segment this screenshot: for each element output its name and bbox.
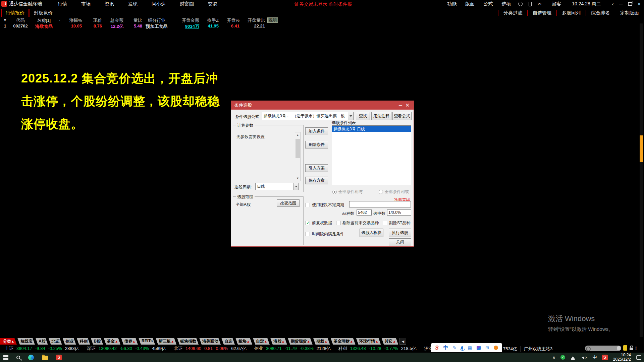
- bottom-tab-1[interactable]: 分类▲: [0, 338, 17, 345]
- menu-right-item-4[interactable]: 选项: [501, 1, 511, 7]
- col-header-3[interactable]: 名称[1]: [31, 17, 57, 23]
- bottom-tab-8[interactable]: 基金▲: [104, 338, 120, 345]
- row-cell-6[interactable]: 8.76: [82, 23, 102, 29]
- bottom-tab-12[interactable]: 板块指数: [177, 338, 199, 345]
- menu-item-4[interactable]: 发现: [128, 1, 138, 7]
- bottom-tab-7[interactable]: B股: [91, 338, 103, 345]
- menu-item-1[interactable]: 行情: [58, 1, 67, 7]
- bottom-tab-22[interactable]: 其它▲: [381, 338, 398, 345]
- keyboard-icon[interactable]: ▦: [468, 345, 472, 350]
- menu-item-6[interactable]: 财富圈: [180, 1, 194, 7]
- checkbox-exclude-suspended[interactable]: 剔除当前未交易品种: [336, 220, 379, 226]
- radio-all-or[interactable]: 全部条件相或: [379, 189, 409, 195]
- updown-period-input[interactable]: [349, 201, 411, 207]
- quote-action-2[interactable]: 自选管理: [527, 10, 556, 16]
- taskbar-clock[interactable]: 10:24 2025/12/2: [613, 353, 631, 362]
- sogou-tray-icon[interactable]: S: [602, 355, 608, 360]
- quote-action-3[interactable]: 多股同列: [556, 10, 586, 16]
- chevron-down-icon[interactable]: [293, 183, 299, 190]
- bottom-tab-21[interactable]: 环球行情▲: [356, 338, 381, 345]
- tabs-scroll-left-icon[interactable]: ◀: [399, 338, 406, 345]
- dialog-close-icon[interactable]: ✕: [405, 102, 410, 108]
- col-header-7[interactable]: 总金额: [102, 17, 123, 23]
- quote-action-5[interactable]: 定制版面: [615, 10, 644, 16]
- col-header-10[interactable]: 开盘金额: [171, 17, 199, 23]
- emoji-icon[interactable]: [494, 346, 498, 350]
- col-header-2[interactable]: 代码: [10, 17, 31, 23]
- import-plan-button[interactable]: 引入方案: [305, 164, 328, 172]
- col-header-8[interactable]: 量比: [123, 17, 142, 23]
- menu-right-item-3[interactable]: 公式: [483, 1, 493, 7]
- skin-icon[interactable]: [477, 346, 481, 350]
- period-select[interactable]: 日线: [255, 183, 299, 190]
- minimize-icon[interactable]: ─: [619, 1, 623, 7]
- checkbox-icon[interactable]: [306, 203, 310, 207]
- server-name[interactable]: 广州双线主站3: [521, 346, 552, 352]
- col-header-6[interactable]: 现价: [82, 17, 102, 23]
- col-header-12[interactable]: 开盘%: [219, 17, 239, 23]
- help-badge[interactable]: 说明: [267, 17, 278, 23]
- col-header-4[interactable]: ·: [57, 17, 62, 23]
- edge-browser-icon[interactable]: [28, 355, 34, 360]
- message-icon[interactable]: ✉: [538, 1, 541, 6]
- change-range-button[interactable]: 改变范围: [277, 199, 300, 207]
- dialog-minimize-icon[interactable]: ─: [399, 103, 402, 108]
- quote-action-4[interactable]: 综合排名: [586, 10, 615, 16]
- row-cell-3[interactable]: 海欣食品: [31, 23, 57, 29]
- ime-lang-icon[interactable]: 中: [593, 354, 597, 360]
- col-header-14[interactable]: 说明: [265, 17, 280, 23]
- service-icon[interactable]: [518, 2, 523, 6]
- add-condition-button[interactable]: 加入条件: [305, 127, 328, 135]
- bottom-tab-4[interactable]: 北证: [49, 338, 62, 345]
- bottom-tab-2[interactable]: 短线宝: [17, 338, 35, 345]
- bottom-tab-19[interactable]: 期权▲: [313, 338, 330, 345]
- row-cell-13[interactable]: 22.21: [239, 23, 265, 29]
- tray-expand-icon[interactable]: ∧: [552, 355, 556, 360]
- sogou-icon[interactable]: S: [435, 345, 439, 351]
- mic-icon[interactable]: [461, 346, 463, 350]
- chinese-mode-icon[interactable]: 中: [443, 345, 448, 351]
- checkbox-icon[interactable]: [336, 221, 340, 225]
- col-header-13[interactable]: 开盘量比: [239, 17, 265, 23]
- wifi-icon[interactable]: [570, 355, 576, 360]
- notification-icon[interactable]: [636, 355, 641, 360]
- usage-note-button[interactable]: 用法注释: [371, 112, 391, 120]
- row-cell-8[interactable]: 5.48: [123, 23, 142, 29]
- condition-list[interactable]: 超级擒龙3号 日线: [332, 125, 411, 185]
- user-label[interactable]: 游客: [552, 1, 561, 7]
- bottom-tab-20[interactable]: 基金理财▲: [331, 338, 356, 345]
- count-input[interactable]: 5462: [357, 209, 372, 216]
- menu-right-item-1[interactable]: 功能: [447, 1, 457, 7]
- table-row[interactable]: 1002702海欣食品10.058.7612.2亿5.48预加工食品9034万4…: [0, 23, 644, 29]
- mobile-icon[interactable]: [529, 2, 532, 6]
- menu-item-7[interactable]: 交易: [208, 1, 217, 7]
- checkbox-icon[interactable]: [306, 232, 310, 236]
- row-cell-2[interactable]: 002702: [10, 23, 31, 29]
- scroll-down-icon[interactable]: ▼: [295, 176, 300, 181]
- menu-item-2[interactable]: 市场: [81, 1, 91, 7]
- pen-icon[interactable]: ✎: [453, 345, 457, 350]
- close-icon[interactable]: ×: [638, 1, 641, 7]
- bottom-tab-14[interactable]: 自选: [221, 338, 235, 345]
- checkbox-checked-icon[interactable]: [306, 221, 310, 225]
- dialog-titlebar[interactable]: 条件选股 ─ ✕: [231, 101, 414, 110]
- row-cell-11[interactable]: 41.95: [199, 23, 219, 29]
- row-cell-14[interactable]: [265, 23, 280, 29]
- tdx-app-icon[interactable]: S: [56, 355, 62, 360]
- bottom-tab-18[interactable]: 期货现货▲: [288, 338, 313, 345]
- close-button[interactable]: 关闭: [389, 238, 411, 246]
- grid-icon[interactable]: ⊞: [485, 345, 489, 350]
- main-scrollbar[interactable]: [640, 23, 643, 337]
- ime-toolbar[interactable]: S 中 ✎ ▦ ⊞: [431, 343, 502, 352]
- col-header-5[interactable]: 涨幅%: [62, 17, 82, 23]
- radio-on-icon[interactable]: [332, 190, 337, 194]
- scroll-thumb[interactable]: [296, 139, 300, 158]
- checkbox-icon[interactable]: [383, 221, 387, 225]
- file-explorer-icon[interactable]: [42, 355, 48, 360]
- col-header-11[interactable]: 换手Z: [199, 17, 219, 23]
- menu-item-5[interactable]: 问小达: [152, 1, 166, 7]
- bottom-tab-13[interactable]: 港美联动: [199, 338, 221, 345]
- row-cell-12[interactable]: 6.41: [219, 23, 239, 29]
- params-scrollbar[interactable]: ▲ ▼: [295, 132, 301, 181]
- checkbox-exclude-st[interactable]: 剔除ST品种: [383, 220, 410, 226]
